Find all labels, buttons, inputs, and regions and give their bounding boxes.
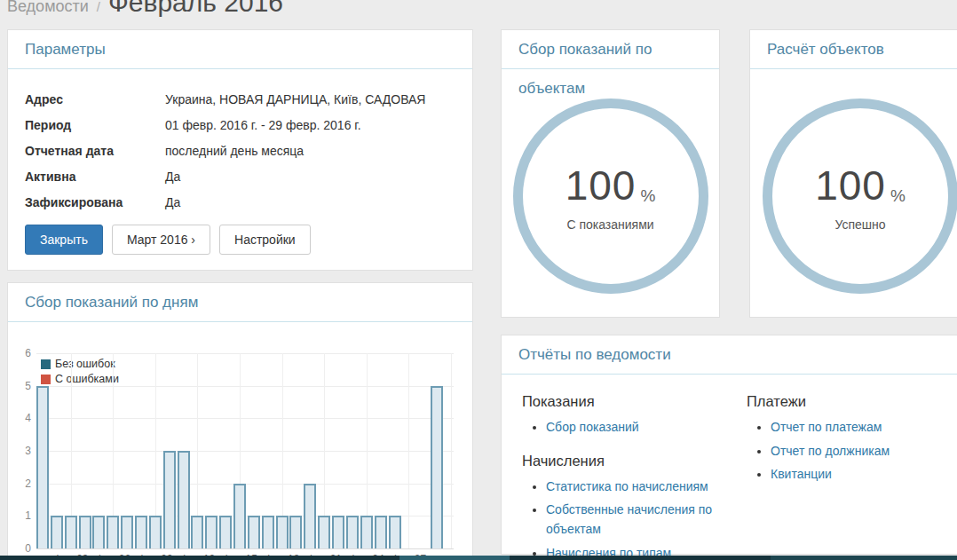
gauge-unit: % (890, 186, 906, 206)
gauge-ring: 100 % Успешно (763, 99, 957, 294)
report-section-heading: Начисления (522, 453, 728, 469)
legend-swatch-with-errors (41, 375, 51, 384)
close-button[interactable]: Закрыть (25, 225, 103, 255)
bar-day-24[interactable] (360, 516, 373, 548)
legend-item[interactable]: Без ошибок (41, 358, 119, 370)
bar-day-22[interactable] (332, 516, 344, 548)
report-link-accruals-statistics[interactable]: Статистика по начислениям (546, 479, 708, 493)
gauge-value: 100 (815, 162, 886, 209)
legend-label: С ошибками (55, 373, 119, 385)
bar-day-8[interactable] (135, 516, 147, 548)
panel-title: Сбор показаний по объектам (502, 30, 719, 69)
bar-day-20[interactable] (304, 484, 316, 548)
report-link-receipts[interactable]: Квитанции (771, 467, 832, 481)
param-label: Период (25, 118, 165, 132)
bar-chart-plot: Без ошибок С ошибками 0123456фев 03фев 0… (36, 353, 454, 548)
report-section-heading: Показания (522, 393, 728, 410)
chart-legend: Без ошибок С ошибками (41, 358, 119, 388)
report-list-item: Квитанции (771, 465, 951, 485)
report-link-own-accruals[interactable]: Собственные начисления по объектам (546, 502, 712, 536)
report-link-readings-collection[interactable]: Сбор показаний (546, 420, 639, 434)
breadcrumb-separator: / (97, 0, 100, 14)
bar-day-3[interactable] (65, 516, 77, 548)
breadcrumb: Ведомости / Февраль 2016 (7, 0, 283, 21)
param-value: Украина, НОВАЯ ДАРНИЦА, Київ, САДОВАЯ (165, 92, 455, 106)
params-table: Адрес Украина, НОВАЯ ДАРНИЦА, Київ, САДО… (8, 69, 472, 255)
y-tick-label: 6 (12, 347, 31, 359)
gauge-caption: С показаниями (566, 217, 653, 232)
bar-day-16[interactable] (248, 516, 260, 548)
y-tick-label: 0 (12, 542, 31, 555)
legend-item[interactable]: С ошибками (41, 373, 119, 385)
gridline-h (36, 386, 454, 387)
param-label: Активна (25, 170, 165, 184)
bar-day-21[interactable] (318, 516, 330, 548)
bar-day-25[interactable] (375, 516, 387, 548)
gridline-h (36, 451, 454, 452)
report-list-item: Статистика по начислениям (546, 477, 728, 497)
gridline-h (36, 353, 454, 354)
gauge-number: 100 % (566, 162, 656, 209)
param-value: Да (165, 170, 455, 184)
bar-day-6[interactable] (107, 516, 119, 548)
panel-title: Сбор показаний по дням (8, 283, 472, 322)
gauge-unit: % (640, 186, 655, 206)
bar-day-5[interactable] (92, 516, 105, 548)
readings-by-objects-panel: Сбор показаний по объектам 100 % С показ… (501, 29, 720, 318)
y-tick-label: 2 (12, 477, 31, 490)
next-month-button[interactable]: Март 2016 › (112, 225, 210, 255)
bar-day-29[interactable] (431, 386, 443, 548)
bar-day-9[interactable] (149, 516, 162, 548)
gauge-ring: 100 % С показаниями (513, 99, 708, 294)
bar-day-23[interactable] (346, 516, 359, 548)
bar-day-14[interactable] (219, 516, 232, 548)
param-label: Зафиксирована (25, 195, 165, 209)
param-row: Период 01 февр. 2016 г. - 29 февр. 2016 … (25, 118, 455, 132)
params-buttons: Закрыть Март 2016 › Настройки (25, 225, 455, 255)
bar-day-2[interactable] (51, 516, 63, 548)
bottom-strip-highlight (399, 556, 510, 560)
calculation-panel: Расчёт объектов 100 % Успешно (749, 29, 957, 318)
bar-day-11[interactable] (178, 451, 190, 548)
report-list-item: Отчет по должникам (771, 442, 951, 461)
report-list-item: Отчет по платежам (771, 418, 951, 438)
bar-day-12[interactable] (191, 516, 203, 548)
report-link-payments-report[interactable]: Отчет по платежам (771, 420, 882, 434)
bar-day-18[interactable] (276, 516, 289, 548)
y-tick-label: 4 (12, 412, 31, 424)
bar-day-7[interactable] (121, 516, 133, 548)
panel-title: Отчёты по ведомости (502, 335, 957, 375)
bar-day-4[interactable] (79, 516, 91, 548)
reports-column-left: Показания Сбор показаний Начисления Стат… (522, 393, 728, 560)
reports-column-right: Платежи Отчет по платежам Отчет по должн… (747, 393, 951, 490)
bottom-strip-segment (771, 556, 957, 560)
y-tick-label: 3 (12, 445, 31, 457)
report-list-item: Собственные начисления по объектам (546, 501, 728, 539)
bar-day-10[interactable] (163, 451, 176, 548)
param-row: Активна Да (25, 170, 455, 184)
legend-label: Без ошибок (55, 358, 115, 370)
page-title: Февраль 2016 (108, 0, 283, 18)
breadcrumb-section-link[interactable]: Ведомости (7, 0, 89, 21)
report-list-item: Сбор показаний (546, 418, 728, 438)
gauge-caption: Успешно (834, 217, 885, 232)
settings-button[interactable]: Настройки (219, 225, 311, 255)
panel-title: Расчёт объектов (750, 30, 957, 69)
bottom-clipped-strip (0, 556, 957, 560)
bar-day-13[interactable] (205, 516, 218, 548)
report-link-debtors-report[interactable]: Отчет по должникам (771, 444, 890, 458)
bar-day-26[interactable] (389, 516, 401, 548)
param-row: Адрес Украина, НОВАЯ ДАРНИЦА, Київ, САДО… (25, 92, 455, 106)
param-label: Отчетная дата (25, 144, 165, 158)
reports-panel: Отчёты по ведомости Показания Сбор показ… (501, 335, 957, 555)
reports-body: Показания Сбор показаний Начисления Стат… (502, 375, 957, 393)
bar-day-19[interactable] (289, 516, 302, 548)
gauge-value: 100 (566, 162, 637, 209)
gauge-number: 100 % (815, 162, 906, 209)
param-label: Адрес (25, 92, 165, 106)
bar-day-17[interactable] (262, 516, 274, 548)
param-row: Отчетная дата последний день месяца (25, 144, 455, 158)
bar-day-15[interactable] (233, 484, 246, 548)
daily-readings-chart-panel: Сбор показаний по дням Без ошибок С ошиб… (7, 282, 473, 560)
bar-day-1[interactable] (36, 386, 49, 548)
